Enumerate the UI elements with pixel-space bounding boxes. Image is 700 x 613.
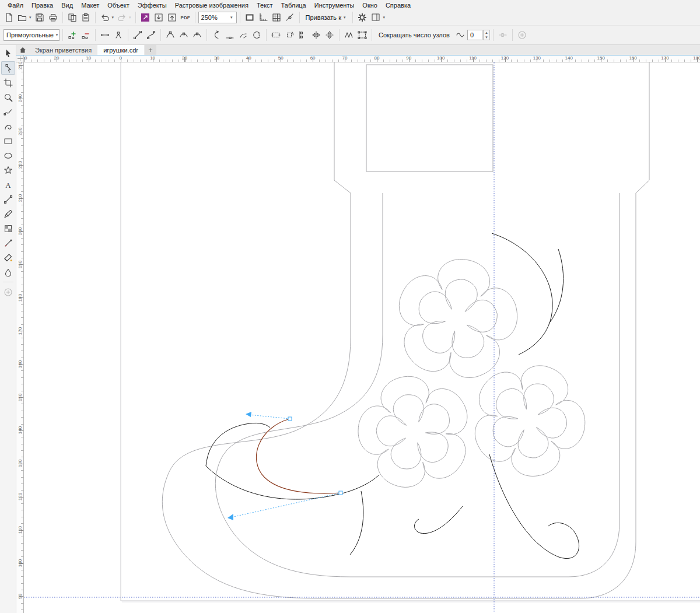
- add-tools-button[interactable]: [1, 285, 15, 299]
- flower-outer-outline[interactable]: [456, 345, 603, 491]
- selected-curve[interactable]: [256, 419, 341, 493]
- redo-button[interactable]: [116, 11, 128, 24]
- new-document-button[interactable]: [2, 11, 15, 24]
- menu-item[interactable]: Текст: [253, 1, 277, 9]
- import-button[interactable]: [152, 11, 165, 24]
- stretch-nodes-button[interactable]: [270, 29, 282, 41]
- add-node-button[interactable]: [66, 29, 79, 41]
- cusp-node-button[interactable]: [164, 29, 177, 41]
- tab-welcome[interactable]: Экран приветствия: [29, 45, 97, 55]
- cuff-inner-rect[interactable]: [366, 65, 493, 171]
- paste-button[interactable]: [79, 11, 92, 24]
- flower-petals[interactable]: [369, 386, 459, 475]
- new-document-tab-button[interactable]: +: [145, 45, 156, 55]
- menu-item[interactable]: Макет: [77, 1, 103, 9]
- dimension-tool[interactable]: [1, 207, 15, 220]
- ornament-curve[interactable]: [350, 491, 363, 555]
- transparency-tool[interactable]: [1, 222, 15, 235]
- export-button[interactable]: [166, 11, 178, 24]
- extend-curve-button[interactable]: [223, 29, 236, 41]
- undo-dropdown-caret[interactable]: ▾: [112, 15, 114, 20]
- grid-toggle-button[interactable]: [270, 11, 283, 24]
- menu-item[interactable]: Правка: [27, 1, 57, 9]
- dynamic-guides-button[interactable]: [284, 11, 296, 24]
- zoom-tool[interactable]: [1, 90, 15, 104]
- tab-document[interactable]: игрушки.cdr: [97, 45, 144, 55]
- ornament-curve[interactable]: [489, 454, 579, 559]
- dockers-button[interactable]: [369, 11, 382, 24]
- dockers-dropdown-caret[interactable]: ▾: [383, 15, 385, 20]
- pick-tool[interactable]: [1, 47, 15, 60]
- interactive-fill-tool[interactable]: [1, 251, 15, 264]
- curve-node[interactable]: [339, 491, 342, 495]
- handle-arrow[interactable]: [246, 412, 251, 417]
- menu-item[interactable]: Эффекты: [134, 1, 171, 9]
- eyedropper-tool[interactable]: [1, 236, 15, 250]
- menu-item[interactable]: Файл: [4, 1, 27, 9]
- reverse-direction-button[interactable]: [210, 29, 223, 41]
- flower-outer-outline[interactable]: [346, 363, 482, 496]
- ornament-curve[interactable]: [414, 506, 463, 534]
- smart-fill-tool[interactable]: [1, 265, 15, 279]
- drawing-canvas[interactable]: [24, 62, 700, 613]
- undo-button[interactable]: [99, 11, 111, 24]
- convert-to-line-button[interactable]: [131, 29, 144, 41]
- menu-item[interactable]: Таблица: [277, 1, 310, 9]
- node-handle-line[interactable]: [249, 415, 290, 419]
- horizontal-ruler[interactable]: 3020100102030405060708090100110120130140…: [24, 55, 700, 62]
- menu-item[interactable]: Растровые изображения: [171, 1, 253, 9]
- pdf-button[interactable]: PDF: [179, 11, 192, 24]
- handle-arrow[interactable]: [228, 514, 233, 520]
- align-nodes-button[interactable]: [296, 29, 309, 41]
- save-button[interactable]: [33, 11, 46, 24]
- break-node-button[interactable]: [112, 29, 125, 41]
- elastic-mode-button[interactable]: [342, 29, 355, 41]
- canvas-drawing[interactable]: [24, 62, 700, 612]
- launch-button[interactable]: [139, 11, 152, 24]
- shape-mode-combobox[interactable]: Прямоугольные ▾: [4, 29, 60, 41]
- open-dropdown-caret[interactable]: ▾: [29, 15, 32, 20]
- welcome-home-button[interactable]: [16, 45, 29, 55]
- smoothness-stepper[interactable]: ▲▼: [483, 30, 490, 40]
- ornament-curve[interactable]: [206, 423, 270, 466]
- zoom-level-combobox[interactable]: 250% ▾: [198, 12, 237, 23]
- flower-outer-outline[interactable]: [388, 250, 526, 384]
- freehand-tool[interactable]: [1, 105, 15, 118]
- node-handle-line[interactable]: [231, 493, 341, 517]
- menu-item[interactable]: Вид: [57, 1, 77, 9]
- copy-button[interactable]: [66, 11, 79, 24]
- menu-item[interactable]: Справка: [382, 1, 415, 9]
- print-button[interactable]: [47, 11, 60, 24]
- smoothness-input[interactable]: 0: [467, 30, 482, 40]
- extract-subpath-button[interactable]: [237, 29, 250, 41]
- ornament-curve[interactable]: [549, 249, 564, 324]
- menu-item[interactable]: Объект: [103, 1, 133, 9]
- open-button[interactable]: [16, 11, 29, 24]
- ornament-curve[interactable]: [492, 233, 552, 355]
- reflect-horizontal-button[interactable]: [310, 29, 323, 41]
- reflect-vertical-button[interactable]: [323, 29, 336, 41]
- rotate-nodes-button[interactable]: [283, 29, 296, 41]
- convert-to-curve-button[interactable]: [145, 29, 158, 41]
- vertical-ruler[interactable]: 2502402302202102001901801701601501401301…: [16, 62, 24, 613]
- snap-to-dropdown[interactable]: Привязать к ▾: [303, 11, 350, 24]
- ornament-curve[interactable]: [206, 466, 379, 499]
- delete-node-button[interactable]: [79, 29, 92, 41]
- add-preset-button[interactable]: [516, 29, 528, 41]
- ruler-origin[interactable]: [16, 55, 24, 62]
- close-curve-button[interactable]: [250, 29, 263, 41]
- curve-smoothness-button[interactable]: [454, 29, 467, 41]
- ellipse-tool[interactable]: [1, 149, 15, 162]
- reduce-nodes-slider-button[interactable]: [496, 29, 509, 41]
- flower-petals[interactable]: [481, 369, 579, 467]
- rectangle-tool[interactable]: [1, 134, 15, 148]
- symmetrical-node-button[interactable]: [191, 29, 204, 41]
- shape-tool[interactable]: [1, 61, 15, 75]
- options-button[interactable]: [356, 11, 369, 24]
- fullscreen-preview-button[interactable]: [243, 11, 256, 24]
- text-tool[interactable]: A: [1, 178, 15, 191]
- join-nodes-button[interactable]: [99, 29, 111, 41]
- curve-node[interactable]: [288, 417, 292, 421]
- crop-tool[interactable]: [1, 76, 15, 89]
- artistic-media-tool[interactable]: [1, 120, 15, 133]
